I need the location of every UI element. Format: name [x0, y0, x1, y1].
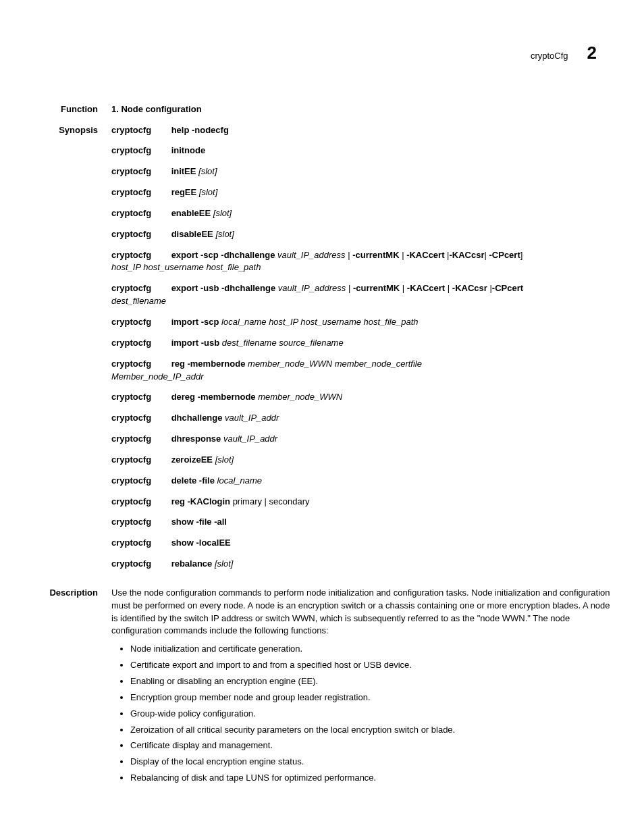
synopsis-content: cryptocfg help -nodecfg cryptocfg initno… [111, 124, 610, 579]
list-item: Zeroization of all critical security par… [130, 724, 610, 737]
list-item: Certificate export and import to and fro… [130, 659, 610, 672]
cmd-name: cryptocfg [111, 124, 169, 137]
synopsis-row: Synopsis cryptocfg help -nodecfg cryptoc… [34, 124, 610, 579]
cmd-name: cryptocfg [111, 391, 169, 404]
description-row: Description Use the node configuration c… [34, 587, 610, 788]
syn-arg-i: [slot] [213, 454, 234, 465]
syn-args: help -nodecfg [171, 125, 229, 135]
syn-arg-i: [slot] [212, 558, 233, 569]
syn-rebalance: cryptocfg rebalance [slot] [111, 558, 610, 571]
function-value: 1. Node configuration [111, 103, 610, 116]
syn-part: export -usb -dhchallenge [171, 283, 276, 293]
cmd-name: cryptocfg [111, 228, 169, 241]
syn-dhresponse: cryptocfg dhresponse vault_IP_addr [111, 433, 610, 446]
syn-part: vault_IP_address [275, 250, 346, 260]
description-list: Node initialization and certificate gene… [111, 643, 610, 785]
cmd-name: cryptocfg [111, 496, 169, 509]
description-content: Use the node configuration commands to p… [111, 587, 610, 788]
syn-part: export -scp -dhchallenge [171, 250, 275, 260]
syn-arg-b: initEE [171, 166, 196, 176]
syn-part: -KACcsr [449, 250, 484, 260]
syn-arg-i: vault_IP_addr [221, 434, 277, 444]
syn-disableee: cryptocfg disableEE [slot] [111, 228, 610, 241]
syn-arg-i: [slot] [196, 187, 217, 197]
syn-part: | [346, 283, 353, 293]
cmd-name: cryptocfg [111, 207, 169, 220]
cmd-name: cryptocfg [111, 145, 169, 157]
syn-initnode: cryptocfg initnode [111, 145, 610, 157]
syn-arg-b: disableEE [171, 229, 213, 239]
syn-export-usb: cryptocfg export -usb -dhchallenge vault… [111, 282, 610, 308]
syn-part: -currentMK [353, 283, 400, 293]
list-item: Group-wide policy configuration. [130, 708, 610, 721]
cmd-name: cryptocfg [111, 282, 169, 295]
syn-arg-i: member_node_WWN [256, 392, 343, 402]
syn-help: cryptocfg help -nodecfg [111, 124, 610, 137]
syn-part: vault_IP_address [275, 283, 346, 293]
syn-part: -KACcsr [452, 283, 487, 293]
syn-arg-b: show -file -all [171, 517, 227, 527]
syn-arg-b: reg -membernode [171, 359, 246, 369]
syn-part: | [346, 250, 353, 260]
syn-regee: cryptocfg regEE [slot] [111, 186, 610, 199]
syn-arg-i: [slot] [196, 166, 217, 176]
syn-arg-b: import -usb [171, 338, 220, 348]
syn-arg-i: local_name [215, 475, 262, 486]
syn-enableee: cryptocfg enableEE [slot] [111, 207, 610, 220]
syn-initee: cryptocfg initEE [slot] [111, 165, 610, 178]
list-item: Rebalancing of disk and tape LUNS for op… [130, 772, 610, 785]
syn-dereg-membernode: cryptocfg dereg -membernode member_node_… [111, 391, 610, 404]
header-chapter-number: 2 [587, 41, 597, 66]
cmd-name: cryptocfg [111, 337, 169, 350]
syn-arg-i: [slot] [211, 208, 232, 218]
syn-arg-b: reg -KAClogin [171, 496, 230, 506]
syn-part: ] [520, 250, 523, 260]
syn-part: | [400, 250, 407, 260]
description-label: Description [34, 587, 111, 788]
header-label: cryptoCfg [531, 50, 568, 63]
syn-part: -CPcert [489, 250, 520, 260]
syn-part: | [487, 283, 492, 293]
cmd-name: cryptocfg [111, 358, 169, 371]
syn-import-scp: cryptocfg import -scp local_name host_IP… [111, 316, 610, 329]
syn-arg-b: enableEE [171, 208, 211, 218]
syn-part: host_IP host_username host_file_path [111, 262, 261, 272]
cmd-name: cryptocfg [111, 249, 169, 262]
syn-import-usb: cryptocfg import -usb dest_filename sour… [111, 337, 610, 350]
syn-part: | [445, 283, 452, 293]
syn-arg-b: dhchallenge [171, 413, 223, 423]
syn-show-localee: cryptocfg show -localEE [111, 537, 610, 550]
list-item: Encryption group member node and group l… [130, 692, 610, 704]
syn-show-file: cryptocfg show -file -all [111, 516, 610, 529]
syn-arg-b: dhresponse [171, 434, 221, 444]
cmd-name: cryptocfg [111, 516, 169, 529]
syn-zeroize: cryptocfg zeroizeEE [slot] [111, 454, 610, 467]
cmd-name: cryptocfg [111, 558, 169, 571]
syn-arg-t: primary | secondary [230, 496, 310, 506]
synopsis-label: Synopsis [34, 124, 111, 579]
syn-arg-b: regEE [171, 187, 197, 197]
cmd-name: cryptocfg [111, 165, 169, 178]
list-item: Certificate display and management. [130, 739, 610, 752]
syn-part: -KACcert [406, 250, 444, 260]
cmd-name: cryptocfg [111, 537, 169, 550]
syn-arg-b: delete -file [171, 475, 215, 486]
syn-part: -CPcert [492, 283, 523, 293]
syn-export-scp: cryptocfg export -scp -dhchallenge vault… [111, 249, 610, 275]
cmd-name: cryptocfg [111, 454, 169, 467]
list-item: Enabling or disabling an encryption engi… [130, 675, 610, 688]
syn-part: -currentMK [352, 250, 399, 260]
syn-reg-membernode: cryptocfg reg -membernode member_node_WW… [111, 358, 610, 384]
syn-arg-i: Member_node_IP_addr [111, 371, 204, 382]
syn-arg-b: show -localEE [171, 538, 231, 548]
function-label: Function [34, 103, 111, 116]
list-item: Display of the local encryption engine s… [130, 756, 610, 768]
cmd-name: cryptocfg [111, 316, 169, 329]
cmd-name: cryptocfg [111, 475, 169, 488]
syn-arg-b: import -scp [171, 317, 219, 327]
cmd-name: cryptocfg [111, 186, 169, 199]
syn-arg-b: dereg -membernode [171, 392, 256, 402]
description-paragraph: Use the node configuration commands to p… [111, 587, 610, 637]
list-item: Node initialization and certificate gene… [130, 643, 610, 656]
syn-arg-i: member_node_WWN member_node_certfile [245, 359, 422, 369]
